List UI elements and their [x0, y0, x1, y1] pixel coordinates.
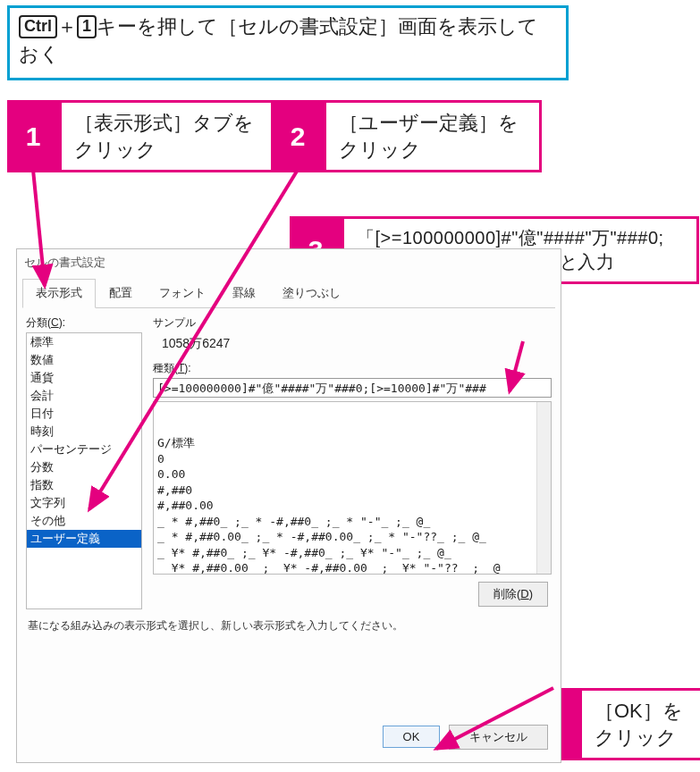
- tab-number-format[interactable]: 表示形式: [22, 279, 96, 308]
- scrollbar[interactable]: [536, 402, 551, 574]
- format-item[interactable]: _ * #,##0.00_ ;_ * -#,##0.00_ ;_ * "-"??…: [157, 529, 547, 545]
- category-item[interactable]: パーセンテージ: [27, 441, 141, 458]
- sample-label: サンプル: [153, 315, 552, 331]
- category-item[interactable]: その他: [27, 512, 141, 530]
- category-label: 分類(C):: [26, 315, 142, 331]
- category-item[interactable]: 標準: [27, 333, 141, 351]
- type-input[interactable]: [>=100000000]#"億"####"万"###0;[>=10000]#"…: [153, 378, 552, 398]
- tab-font[interactable]: フォント: [146, 279, 219, 308]
- category-item[interactable]: 指数: [27, 476, 141, 494]
- callout-1: 1 ［表示形式］タブをクリック: [7, 100, 274, 172]
- format-cells-dialog: セルの書式設定 表示形式 配置 フォント 罫線 塗りつぶし 分類(C): 標準数…: [16, 248, 561, 763]
- format-item[interactable]: #,##0.00: [157, 498, 547, 514]
- format-item[interactable]: _ * #,##0_ ;_ * -#,##0_ ;_ * "-"_ ;_ @_: [157, 514, 547, 530]
- callout-1-number: 1: [7, 100, 59, 172]
- callout-4-text: ［OK］をクリック: [579, 688, 700, 760]
- plus-sign: ＋: [57, 15, 77, 38]
- category-item[interactable]: 文字列: [27, 494, 141, 512]
- tab-fill[interactable]: 塗りつぶし: [269, 279, 354, 308]
- format-item[interactable]: 0: [157, 451, 547, 467]
- key-ctrl: Ctrl: [19, 15, 57, 38]
- type-label: 種類(T):: [153, 361, 552, 376]
- format-list[interactable]: G/標準00.00#,##0#,##0.00_ * #,##0_ ;_ * -#…: [153, 401, 552, 575]
- category-item[interactable]: 会計: [27, 387, 141, 405]
- format-item[interactable]: 0.00: [157, 466, 547, 482]
- category-item[interactable]: 分数: [27, 458, 141, 476]
- format-item[interactable]: G/標準: [157, 435, 547, 451]
- intro-instruction: Ctrl＋1キーを押して［セルの書式設定］画面を表示しておく: [7, 5, 569, 80]
- category-item[interactable]: 通貨: [27, 369, 141, 387]
- callout-2-number: 2: [272, 100, 324, 172]
- category-item[interactable]: 時刻: [27, 423, 141, 441]
- category-item[interactable]: ユーザー定義: [27, 530, 141, 548]
- format-item[interactable]: _ ¥* #,##0.00_ ;_ ¥* -#,##0.00_ ;_ ¥* "-…: [157, 560, 547, 575]
- category-listbox[interactable]: 標準数値通貨会計日付時刻パーセンテージ分数指数文字列その他ユーザー定義: [26, 332, 142, 609]
- dialog-title: セルの書式設定: [17, 249, 561, 273]
- callout-2: 2 ［ユーザー定義］をクリック: [272, 100, 542, 172]
- callout-2-text: ［ユーザー定義］をクリック: [324, 100, 542, 172]
- dialog-buttons: OK キャンセル: [377, 725, 548, 750]
- tab-alignment[interactable]: 配置: [96, 279, 146, 308]
- format-item[interactable]: _ ¥* #,##0_ ;_ ¥* -#,##0_ ;_ ¥* "-"_ ;_ …: [157, 545, 547, 561]
- callout-1-text: ［表示形式］タブをクリック: [59, 100, 274, 172]
- tab-border[interactable]: 罫線: [219, 279, 269, 308]
- format-item[interactable]: #,##0: [157, 482, 547, 499]
- key-1: 1: [77, 15, 97, 38]
- cancel-button[interactable]: キャンセル: [449, 725, 548, 750]
- delete-button[interactable]: 削除(D): [478, 582, 548, 607]
- dialog-hint: 基になる組み込みの表示形式を選択し、新しい表示形式を入力してください。: [17, 609, 561, 634]
- sample-value: 1058万6247: [153, 332, 552, 361]
- category-item[interactable]: 日付: [27, 405, 141, 423]
- dialog-tabs: 表示形式 配置 フォント 罫線 塗りつぶし: [22, 278, 555, 308]
- intro-text: キーを押して［セルの書式設定］画面を表示しておく: [19, 15, 538, 65]
- category-item[interactable]: 数値: [27, 351, 141, 369]
- ok-button[interactable]: OK: [383, 726, 441, 748]
